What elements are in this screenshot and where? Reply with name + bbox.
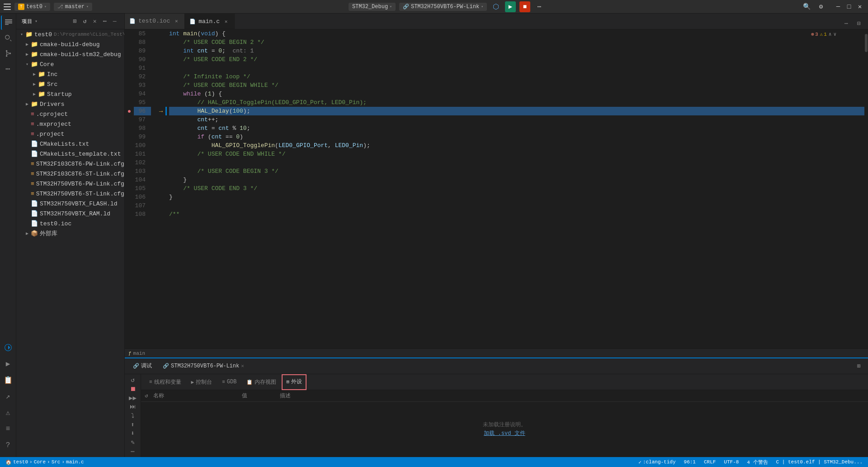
code-editor[interactable]: int main(void) { /* USER CODE BEGIN 2 */…	[165, 29, 864, 348]
periph-tab-memory[interactable]: 📋 内存视图	[242, 374, 281, 390]
panel-expand-button[interactable]: ⊞	[854, 361, 864, 372]
tree-item-cmake-stm32[interactable]: ▶ 📁 cmake-build-stm32_debug	[16, 49, 124, 59]
tab-mainc[interactable]: 📄 main.c ✕	[185, 14, 235, 29]
activity-help[interactable]: ?	[1, 438, 15, 453]
debug-restart-btn[interactable]: ↺	[127, 376, 139, 384]
link-config-selector[interactable]: 🔗 STM32H750VBT6-PW-Link ▾	[399, 3, 487, 11]
periph-tab-gdb[interactable]: ≡ GDB	[217, 374, 241, 390]
activity-list[interactable]: ≡	[1, 422, 15, 436]
panel-tab-close[interactable]: ✕	[241, 363, 244, 369]
activity-debug[interactable]	[1, 340, 15, 355]
panel-tab-link-label: STM32H750VBT6-PW-Link	[171, 363, 239, 369]
refresh-button[interactable]: ↺	[81, 17, 89, 25]
tree-item-cfg4[interactable]: ≡ STM32H750VBT6-ST-Link.cfg	[16, 189, 124, 199]
hamburger-menu[interactable]	[4, 4, 11, 10]
tree-item-project[interactable]: ≡ .project	[16, 129, 124, 139]
status-debug-info[interactable]: C | test0.elf | STM32_Debu...	[774, 459, 864, 465]
tree-item-cfg3[interactable]: ≡ STM32H750VBT6-PW-Link.cfg	[16, 179, 124, 189]
tree-item-external[interactable]: ▶ 📦 外部库	[16, 229, 124, 238]
status-clang-tidy[interactable]: ✓ :clang-tidy	[637, 459, 677, 465]
periph-tab-console[interactable]: ▶ 控制台	[187, 374, 217, 390]
tree-item-src[interactable]: ▶ 📁 Src	[16, 79, 124, 89]
activity-export[interactable]: ↗	[1, 389, 15, 404]
activity-explorer[interactable]	[1, 15, 15, 30]
sidebar-title-chevron: ▾	[35, 19, 38, 24]
build-button[interactable]: ⬡	[491, 1, 501, 12]
editor-scrollbar[interactable]	[864, 29, 868, 348]
tree-item-mxproject[interactable]: ≡ .mxproject	[16, 119, 124, 129]
debug-edit-btn[interactable]: ✎	[127, 438, 139, 447]
branch-selector[interactable]: ⎇ master ▾	[54, 3, 92, 11]
collapse-icon[interactable]: ∧	[829, 31, 832, 37]
tab-close-button[interactable]: ✕	[222, 18, 230, 25]
activity-search[interactable]	[1, 31, 15, 45]
debug-step-over-btn[interactable]: ⏭	[127, 403, 139, 411]
editor-container[interactable]: ⊗ 3 ⚠ 1 ∧ ∨	[125, 29, 868, 348]
tree-item-test0[interactable]: ▾ 📁 test0 D:\Programme\CLion_Test\STM32\…	[16, 29, 124, 39]
status-encoding[interactable]: UTF-8	[722, 459, 741, 465]
status-project-path[interactable]: 🏠 test0 › Core › Src › main.c	[4, 459, 86, 465]
settings-button[interactable]: ⚙	[816, 1, 826, 12]
status-line-ending[interactable]: CRLF	[702, 459, 717, 465]
tab-test0ioc[interactable]: 📄 test0.ioc ✕	[125, 14, 185, 29]
periph-tab-threads[interactable]: ≡ 线程和变量	[145, 374, 186, 390]
periph-tab-peripheral[interactable]: ⊞ 外设	[282, 374, 307, 390]
tree-item-cmakelists-tmpl[interactable]: 📄 CMakeLists_template.txt	[16, 149, 124, 159]
tree-item-ioc[interactable]: 📄 test0.ioc	[16, 219, 124, 229]
tree-item-ld1[interactable]: 📄 STM32H750VBTX_FLASH.ld	[16, 199, 124, 209]
minimize-button[interactable]: ─	[834, 2, 843, 11]
tree-item-inc[interactable]: ▶ 📁 Inc	[16, 69, 124, 79]
debug-step-out-btn[interactable]: ⬆	[127, 420, 139, 429]
tree-item-cmake-debug[interactable]: ▶ 📁 cmake-build-debug	[16, 39, 124, 49]
load-svd-link[interactable]: 加载 .svd 文件	[483, 429, 526, 438]
periph-label: 外设	[291, 378, 302, 386]
tree-item-cproject[interactable]: ≡ .cproject	[16, 109, 124, 119]
tree-item-cfg2[interactable]: ≡ STM32F103C8T6-ST-Link.cfg	[16, 169, 124, 179]
tree-item-cmakelists[interactable]: 📄 CMakeLists.txt	[16, 139, 124, 149]
debug-step-into-btn[interactable]: ⤵	[127, 412, 139, 420]
stop-button[interactable]: ■	[519, 1, 530, 12]
project-selector[interactable]: T test0 ▾	[14, 3, 50, 11]
tab-close-button[interactable]: ✕	[173, 18, 180, 25]
debug-config-selector[interactable]: STM32_Debug ▾	[349, 3, 396, 11]
activity-warnings[interactable]: ⚠	[1, 405, 15, 420]
tree-item-drivers[interactable]: ▶ 📁 Drivers	[16, 99, 124, 109]
tab-more-button[interactable]: ⋯	[841, 18, 852, 29]
activity-more[interactable]: ⋯	[1, 62, 15, 76]
debug-more-btn[interactable]: ⋯	[127, 447, 139, 455]
tab-layout-button[interactable]: ⊟	[854, 18, 864, 29]
new-file-button[interactable]: ⊞	[71, 17, 79, 25]
panel-tab-debug[interactable]: 🔗 调试	[128, 358, 156, 374]
panel-tab-link[interactable]: 🔗 STM32H750VBT6-PW-Link ✕	[158, 358, 249, 374]
activity-run[interactable]: ▶	[1, 357, 15, 371]
maximize-button[interactable]: □	[844, 2, 854, 11]
scrollbar-thumb[interactable]	[865, 34, 868, 52]
more-options-button[interactable]: ⋯	[101, 17, 109, 25]
run-button[interactable]: ▶	[505, 1, 516, 12]
tree-item-core[interactable]: ▾ 📁 Core	[16, 59, 124, 69]
debug-down-btn[interactable]: ⬇	[127, 429, 139, 438]
activity-deploy[interactable]: 📋	[1, 373, 15, 387]
watch-refresh-btn[interactable]: ↺	[145, 392, 148, 399]
status-position[interactable]: 96:1	[682, 459, 698, 465]
activity-source-control[interactable]	[1, 46, 15, 61]
tree-item-cfg1[interactable]: ≡ STM32F103C8T6-PW-Link.cfg	[16, 159, 124, 169]
expand-arrow: ▶	[24, 101, 31, 107]
expand-icon[interactable]: ∨	[833, 31, 836, 37]
status-issues[interactable]: 4 个警告	[745, 459, 769, 466]
item-label: 外部库	[40, 229, 57, 238]
collapse-all-button[interactable]: ✕	[91, 17, 99, 25]
tree-item-ld2[interactable]: 📄 STM32H750VBTX_RAM.ld	[16, 209, 124, 219]
more-button[interactable]: ⋯	[534, 1, 545, 12]
tree-item-startup[interactable]: ▶ 📁 Startup	[16, 89, 124, 99]
file-icon: ≡	[31, 121, 34, 128]
no-svd-message: 未加载注册说明。 加载 .svd 文件	[483, 421, 526, 438]
close-sidebar-button[interactable]: ─	[111, 17, 119, 25]
search-button[interactable]: 🔍	[801, 1, 812, 12]
panel-left-sidebar: ↺ ⏹ ▶▶ ⏭ ⤵ ⬆ ⬇ ✎ ⋯	[125, 374, 141, 457]
debug-resume-btn[interactable]: ▶▶	[127, 394, 139, 402]
debug-stop-btn[interactable]: ⏹	[127, 385, 139, 393]
expand-arrow: ▶	[31, 71, 38, 77]
debug-config-dropdown-icon: ▾	[390, 5, 392, 9]
close-button[interactable]: ✕	[855, 2, 864, 11]
